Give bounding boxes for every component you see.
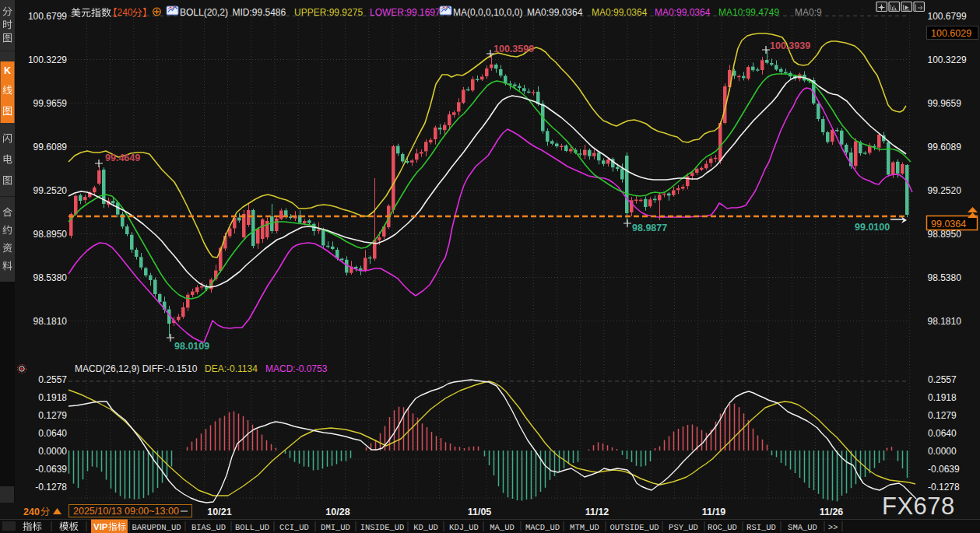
svg-text:MACD:-0.0753: MACD:-0.0753 <box>265 363 328 374</box>
svg-text:0.0000: 0.0000 <box>928 446 957 457</box>
svg-text:MA10:99.4749: MA10:99.4749 <box>718 7 779 18</box>
svg-text:MA0:99.0364: MA0:99.0364 <box>655 7 711 18</box>
svg-text:K: K <box>4 65 11 76</box>
svg-text:FX678: FX678 <box>882 493 955 520</box>
svg-text:PSY_UD: PSY_UD <box>669 523 698 532</box>
svg-text:MA0:99.0364: MA0:99.0364 <box>527 7 583 18</box>
svg-text:OUTSIDE_UD: OUTSIDE_UD <box>609 523 659 532</box>
svg-text:98.5380: 98.5380 <box>928 272 962 283</box>
svg-text:MA(0,0,0,10,0,0): MA(0,0,0,10,0,0) <box>453 7 522 18</box>
svg-text:99.0364: 99.0364 <box>931 219 966 230</box>
svg-text:98.1810: 98.1810 <box>33 316 68 327</box>
svg-text:MA_UD: MA_UD <box>490 523 515 532</box>
svg-text:0.2557: 0.2557 <box>38 374 67 385</box>
svg-text:KDJ_UD: KDJ_UD <box>449 523 479 532</box>
svg-text:11/12: 11/12 <box>585 507 609 517</box>
svg-text:MA0:99.0364: MA0:99.0364 <box>592 7 648 18</box>
svg-text:98.9877: 98.9877 <box>632 223 667 233</box>
svg-text:98.0109: 98.0109 <box>174 341 209 352</box>
svg-text:100.6799: 100.6799 <box>28 11 67 22</box>
svg-text:RSI_UD: RSI_UD <box>746 523 776 532</box>
svg-text:-0.0639: -0.0639 <box>35 464 67 475</box>
svg-text:100.3229: 100.3229 <box>928 54 967 65</box>
svg-text:98.5380: 98.5380 <box>33 272 68 283</box>
svg-text:-0.1278: -0.1278 <box>35 482 67 493</box>
svg-text:INSIDE_UD: INSIDE_UD <box>360 523 405 532</box>
svg-text:99.9659: 99.9659 <box>928 98 962 109</box>
svg-text:0.0640: 0.0640 <box>928 428 957 439</box>
svg-text:UPPER:99.9275: UPPER:99.9275 <box>294 7 363 18</box>
svg-text:0.1918: 0.1918 <box>38 392 67 403</box>
svg-text:240: 240 <box>23 507 40 517</box>
svg-text:BARUPDN_UD: BARUPDN_UD <box>132 523 181 532</box>
svg-text:100.3599: 100.3599 <box>494 44 534 54</box>
svg-text:DMI_UD: DMI_UD <box>321 523 350 532</box>
svg-text:98.8950: 98.8950 <box>33 229 68 240</box>
svg-text:DEA:-0.1134: DEA:-0.1134 <box>205 363 258 374</box>
svg-text:99.9659: 99.9659 <box>33 98 68 109</box>
svg-text:99.6089: 99.6089 <box>928 142 962 153</box>
svg-text:0.0640: 0.0640 <box>38 428 67 439</box>
svg-text:VIP: VIP <box>93 522 108 531</box>
svg-text:ROC_UD: ROC_UD <box>708 523 737 532</box>
svg-text:98.1810: 98.1810 <box>928 316 962 327</box>
svg-text:99.2520: 99.2520 <box>928 185 962 196</box>
svg-text:MTM_UD: MTM_UD <box>570 523 599 532</box>
svg-text:SMA_UD: SMA_UD <box>788 523 817 532</box>
svg-text:MA0:9: MA0:9 <box>795 7 822 18</box>
svg-text:100.3939: 100.3939 <box>770 40 810 51</box>
svg-text:0.0000: 0.0000 <box>38 446 67 457</box>
svg-text:10/28: 10/28 <box>325 507 349 517</box>
svg-text:-0.0639: -0.0639 <box>928 464 960 475</box>
svg-text:LOWER:99.1697: LOWER:99.1697 <box>370 7 441 18</box>
svg-text:BOLL_UD: BOLL_UD <box>235 523 269 532</box>
svg-text:0.1279: 0.1279 <box>38 410 67 421</box>
svg-text:100.6799: 100.6799 <box>928 11 967 22</box>
svg-text:100.6029: 100.6029 <box>931 28 971 39</box>
svg-text:>>: >> <box>828 523 838 532</box>
svg-text:99.4649: 99.4649 <box>105 153 140 163</box>
svg-text:11/26: 11/26 <box>820 507 844 517</box>
svg-text:10/21: 10/21 <box>207 507 231 517</box>
svg-text:0.2557: 0.2557 <box>928 374 957 385</box>
svg-text:0.1918: 0.1918 <box>928 392 957 403</box>
svg-text:240: 240 <box>118 7 133 18</box>
svg-text:11/19: 11/19 <box>702 507 726 517</box>
svg-text:KD_UD: KD_UD <box>413 523 438 532</box>
svg-text:100.3229: 100.3229 <box>28 54 67 65</box>
svg-text:99.0100: 99.0100 <box>855 222 890 233</box>
svg-text:MACD(26,12,9) DIFF:-0.1510: MACD(26,12,9) DIFF:-0.1510 <box>75 363 198 374</box>
svg-text:0.1279: 0.1279 <box>928 410 957 421</box>
svg-text:CCI_UD: CCI_UD <box>279 523 309 532</box>
svg-text:BOLL(20,2): BOLL(20,2) <box>180 7 228 18</box>
svg-text:MACD_UD: MACD_UD <box>525 523 560 532</box>
svg-text:99.2520: 99.2520 <box>33 185 68 196</box>
svg-text:99.6089: 99.6089 <box>33 142 68 153</box>
svg-text:BIAS_UD: BIAS_UD <box>191 523 226 532</box>
svg-text:MID:99.5486: MID:99.5486 <box>233 7 286 18</box>
svg-text:-0.1278: -0.1278 <box>928 482 960 493</box>
svg-text:11/05: 11/05 <box>468 507 492 517</box>
svg-text:2025/10/13 09:00~13:00: 2025/10/13 09:00~13:00 <box>73 506 179 517</box>
